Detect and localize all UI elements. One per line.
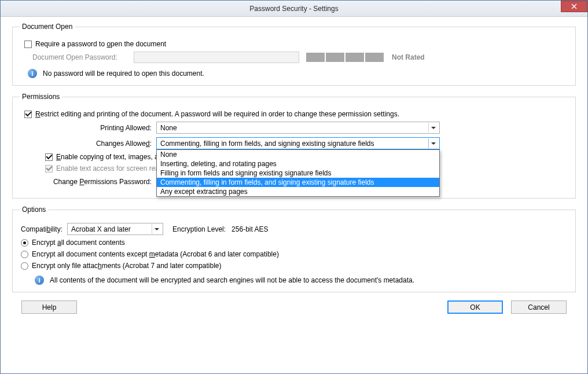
- document-open-info-text: No password will be required to open thi…: [43, 69, 204, 78]
- require-open-password-label: Require a password to open the document: [35, 40, 166, 48]
- info-icon: i: [35, 276, 44, 285]
- password-security-settings-dialog: Password Security - Settings Document Op…: [0, 0, 588, 374]
- restrict-editing-checkbox[interactable]: [24, 111, 32, 118]
- compatibility-value: Acrobat X and later: [71, 225, 131, 233]
- chevron-down-icon: [428, 123, 438, 133]
- document-open-group: Document Open Require a password to open…: [12, 23, 576, 86]
- options-group: Options Compatibility: Acrobat X and lat…: [12, 206, 576, 292]
- window-title: Password Security - Settings: [249, 5, 338, 13]
- close-button[interactable]: [561, 1, 587, 12]
- encrypt-attachments-radio[interactable]: [21, 262, 28, 270]
- changes-allowed-label: Changes Allowed:: [32, 140, 156, 148]
- chevron-down-icon: [152, 224, 161, 234]
- document-open-info-row: i No password will be required to open t…: [21, 69, 567, 78]
- printing-allowed-value: None: [160, 124, 177, 132]
- info-icon: i: [28, 69, 37, 78]
- require-open-password-checkbox[interactable]: [24, 41, 32, 48]
- enable-screen-reader-checkbox: [45, 165, 53, 173]
- printing-allowed-select[interactable]: None: [156, 122, 440, 134]
- encrypt-all-label: Encrypt all document contents: [32, 239, 125, 247]
- changes-allowed-dropdown: None Inserting, deleting, and rotating p…: [156, 149, 440, 197]
- document-open-legend: Document Open: [20, 23, 75, 31]
- options-legend: Options: [20, 206, 48, 214]
- changes-option-none[interactable]: None: [157, 150, 439, 159]
- titlebar: Password Security - Settings: [1, 1, 587, 17]
- change-permissions-password-label: Change Permissions Password:: [32, 178, 156, 186]
- password-strength-meter: [306, 53, 384, 62]
- encrypt-except-metadata-radio[interactable]: [21, 251, 28, 258]
- encryption-level-label: Encryption Level:: [172, 225, 226, 233]
- document-open-password-label: Document Open Password:: [32, 53, 134, 61]
- encrypt-all-radio[interactable]: [21, 239, 28, 247]
- permissions-group: Permissions Restrict editing and printin…: [12, 93, 576, 199]
- ok-button[interactable]: OK: [447, 300, 503, 314]
- options-info-row: i All contents of the document will be e…: [21, 276, 567, 285]
- permissions-legend: Permissions: [20, 93, 62, 101]
- restrict-editing-label: Restrict editing and printing of the doc…: [35, 110, 399, 118]
- password-strength-label: Not Rated: [392, 53, 425, 61]
- compatibility-label: Compatibility:: [21, 225, 63, 233]
- close-icon: [571, 3, 577, 9]
- compatibility-select[interactable]: Acrobat X and later: [67, 223, 163, 235]
- changes-allowed-value: Commenting, filling in form fields, and …: [160, 140, 374, 148]
- encryption-level-value: 256-bit AES: [231, 225, 268, 233]
- changes-option-any-except[interactable]: Any except extracting pages: [157, 187, 439, 196]
- changes-option-commenting[interactable]: Commenting, filling in form fields, and …: [157, 178, 439, 187]
- encrypt-except-metadata-label: Encrypt all document contents except met…: [32, 250, 279, 258]
- cancel-button[interactable]: Cancel: [511, 300, 567, 314]
- enable-copying-checkbox[interactable]: [45, 153, 53, 161]
- chevron-down-icon: [428, 138, 438, 148]
- enable-copying-label: Enable copying of text, images, an: [56, 153, 162, 161]
- printing-allowed-label: Printing Allowed:: [32, 124, 156, 132]
- options-info-text: All contents of the document will be enc…: [50, 276, 414, 284]
- encrypt-attachments-label: Encrypt only file attachments (Acrobat 7…: [32, 262, 222, 270]
- changes-option-filling[interactable]: Filling in form fields and signing exist…: [157, 168, 439, 178]
- changes-option-inserting[interactable]: Inserting, deleting, and rotating pages: [157, 159, 439, 168]
- changes-allowed-select[interactable]: Commenting, filling in form fields, and …: [156, 137, 440, 149]
- document-open-password-input: [134, 52, 299, 63]
- enable-screen-reader-label: Enable text access for screen reade: [56, 164, 167, 173]
- help-button[interactable]: Help: [21, 300, 77, 314]
